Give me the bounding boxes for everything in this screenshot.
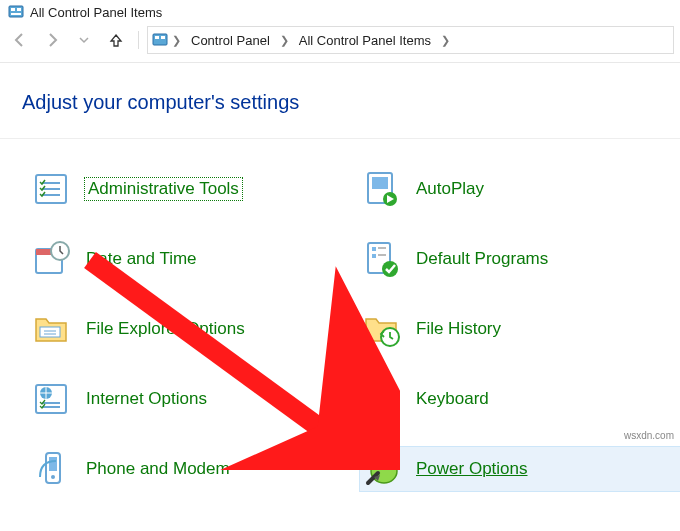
chevron-right-icon[interactable]: ❯	[439, 34, 452, 47]
svg-rect-26	[374, 395, 377, 398]
item-label: Administrative Tools	[86, 179, 241, 199]
navigation-bar: ❯ Control Panel ❯ All Control Panel Item…	[0, 22, 680, 63]
svg-rect-28	[384, 395, 387, 398]
item-phone-and-modem[interactable]: Phone and Modem	[30, 447, 350, 491]
breadcrumb[interactable]: ❯ Control Panel ❯ All Control Panel Item…	[147, 26, 674, 54]
svg-rect-18	[378, 254, 386, 256]
date-time-icon	[32, 239, 72, 279]
item-label: File History	[416, 319, 501, 339]
page-heading: Adjust your computer's settings	[0, 63, 680, 138]
item-label: Internet Options	[86, 389, 207, 409]
divider	[0, 138, 680, 139]
control-panel-icon	[152, 32, 168, 48]
item-keyboard[interactable]: Keyboard	[360, 377, 680, 421]
watermark: wsxdn.com	[624, 430, 674, 441]
svg-rect-17	[372, 254, 376, 258]
svg-rect-4	[153, 34, 167, 45]
item-label: AutoPlay	[416, 179, 484, 199]
breadcrumb-item[interactable]: Control Panel	[185, 33, 276, 48]
power-options-icon	[362, 449, 402, 489]
svg-point-34	[371, 459, 397, 483]
svg-point-33	[51, 475, 55, 479]
phone-modem-icon	[32, 449, 72, 489]
autoplay-icon	[362, 169, 402, 209]
chevron-right-icon[interactable]: ❯	[170, 34, 183, 47]
internet-options-icon	[32, 379, 72, 419]
item-file-explorer-options[interactable]: File Explorer Options	[30, 307, 350, 351]
svg-rect-1	[11, 8, 15, 11]
svg-rect-0	[9, 6, 23, 17]
file-explorer-options-icon	[32, 309, 72, 349]
file-history-icon	[362, 309, 402, 349]
up-button[interactable]	[102, 28, 130, 52]
item-label: Default Programs	[416, 249, 548, 269]
svg-rect-20	[40, 327, 60, 337]
item-label: Power Options	[416, 459, 528, 479]
control-panel-icon	[8, 4, 24, 20]
svg-rect-32	[49, 457, 57, 471]
window-titlebar: All Control Panel Items	[0, 0, 680, 22]
recent-dropdown[interactable]	[70, 28, 98, 52]
item-label: Phone and Modem	[86, 459, 230, 479]
svg-rect-24	[365, 391, 399, 409]
svg-rect-30	[372, 402, 392, 405]
svg-rect-25	[369, 395, 372, 398]
items-grid: Administrative Tools AutoPlay Date and T…	[0, 167, 680, 491]
svg-rect-6	[161, 36, 165, 39]
svg-rect-2	[17, 8, 21, 11]
item-power-options[interactable]: Power Options	[360, 447, 680, 491]
item-administrative-tools[interactable]: Administrative Tools	[30, 167, 350, 211]
keyboard-icon	[362, 379, 402, 419]
svg-rect-5	[155, 36, 159, 39]
svg-rect-16	[378, 247, 386, 249]
item-label: Date and Time	[86, 249, 197, 269]
item-autoplay[interactable]: AutoPlay	[360, 167, 680, 211]
separator	[138, 31, 139, 49]
item-label: Keyboard	[416, 389, 489, 409]
svg-rect-29	[389, 395, 392, 398]
forward-button[interactable]	[38, 28, 66, 52]
svg-rect-27	[379, 395, 382, 398]
svg-rect-3	[11, 13, 21, 15]
administrative-tools-icon	[32, 169, 72, 209]
item-internet-options[interactable]: Internet Options	[30, 377, 350, 421]
svg-rect-35	[381, 453, 387, 461]
svg-rect-15	[372, 247, 376, 251]
breadcrumb-item[interactable]: All Control Panel Items	[293, 33, 437, 48]
item-file-history[interactable]: File History	[360, 307, 680, 351]
back-button[interactable]	[6, 28, 34, 52]
default-programs-icon	[362, 239, 402, 279]
window-title: All Control Panel Items	[30, 5, 162, 20]
item-label: File Explorer Options	[86, 319, 245, 339]
item-date-and-time[interactable]: Date and Time	[30, 237, 350, 281]
item-default-programs[interactable]: Default Programs	[360, 237, 680, 281]
chevron-right-icon[interactable]: ❯	[278, 34, 291, 47]
svg-rect-9	[372, 177, 388, 189]
svg-rect-22	[36, 385, 66, 413]
